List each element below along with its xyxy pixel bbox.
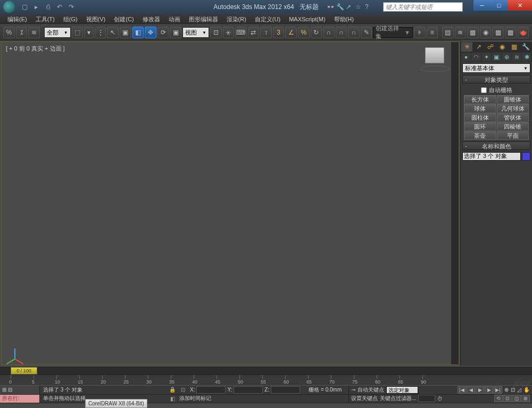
primitive-button[interactable]: 圆环 xyxy=(464,122,496,131)
open-icon[interactable]: ▸ xyxy=(32,3,40,11)
app-icon[interactable] xyxy=(3,1,15,13)
align-icon[interactable]: ≡ xyxy=(427,27,438,38)
nav-zoomall-icon[interactable]: ⊡ xyxy=(511,387,515,393)
goto-start-icon[interactable]: |◀ xyxy=(458,386,466,394)
motion-tab[interactable]: ◉ xyxy=(497,42,508,52)
select-sub-icon[interactable]: ▾ xyxy=(84,27,94,38)
primitive-button[interactable]: 球体 xyxy=(464,104,496,113)
primitive-button[interactable]: 圆锥体 xyxy=(497,95,529,104)
edit-icon[interactable]: ✎ xyxy=(361,27,372,38)
binoculars-icon[interactable]: 👓 xyxy=(327,3,334,11)
cameras-tab[interactable]: ▣ xyxy=(492,53,501,61)
systems-tab[interactable]: ✱ xyxy=(522,53,531,61)
next-frame-icon[interactable]: ▶ xyxy=(485,386,493,394)
nav-zoomreg-icon[interactable]: ⊡ xyxy=(503,395,512,402)
menu-item[interactable]: 图形编辑器 xyxy=(185,14,222,24)
star-icon[interactable]: ☆ xyxy=(355,3,363,11)
spinner-icon[interactable]: ↻ xyxy=(311,27,322,38)
menu-item[interactable]: 视图(V) xyxy=(82,14,110,24)
transform-type-icon[interactable]: ⊡ xyxy=(179,386,187,394)
object-type-rollout-header[interactable]: -对象类型 xyxy=(462,75,530,84)
help-search-input[interactable] xyxy=(383,2,463,12)
category-dropdown[interactable]: 标准基本体▼ xyxy=(462,63,530,73)
autogrid-checkbox[interactable]: 自动栅格 xyxy=(463,85,530,95)
menu-item[interactable]: 动画 xyxy=(164,14,185,24)
lock-icon[interactable]: 🔒 xyxy=(169,386,176,394)
geometry-tab[interactable]: ● xyxy=(461,53,471,61)
bind-icon[interactable]: ≋ xyxy=(28,27,40,38)
mirror-icon[interactable]: ⊧ xyxy=(414,27,426,38)
layer-icon[interactable]: ▤ xyxy=(442,27,454,38)
magnet1-icon[interactable]: ∩ xyxy=(323,27,335,38)
goto-end-icon[interactable]: ▶| xyxy=(494,386,502,394)
arrow-icon[interactable]: ↗ xyxy=(346,3,353,11)
move-icon[interactable]: ✥ xyxy=(145,27,156,38)
select-rect-icon[interactable]: ▣ xyxy=(120,27,131,38)
color-swatch[interactable] xyxy=(522,152,530,161)
unlink-icon[interactable]: ⁒ xyxy=(16,27,28,38)
menu-item[interactable]: MAXScript(M) xyxy=(285,15,329,23)
primitive-button[interactable]: 管状体 xyxy=(497,113,529,122)
key-icon[interactable]: ⊸ xyxy=(351,387,355,393)
add-time-tag[interactable]: 添加时间标记 xyxy=(179,395,211,402)
setkey-button[interactable]: 设置关键点 xyxy=(351,395,378,402)
arrows-icon[interactable]: ⇄ xyxy=(248,27,260,38)
nav-max-icon[interactable]: ◫ xyxy=(512,395,521,402)
schematic-icon[interactable]: ▦ xyxy=(467,27,479,38)
render-icon[interactable]: 🫖 xyxy=(518,27,529,38)
autogrid-input[interactable] xyxy=(481,87,487,93)
dots-icon[interactable]: ⋮ xyxy=(95,27,106,38)
menu-item[interactable]: 渲染(R) xyxy=(222,14,251,24)
undo-icon[interactable]: ↶ xyxy=(55,3,64,11)
three-icon[interactable]: 3 xyxy=(273,27,285,38)
updown-icon[interactable]: ↕ xyxy=(260,27,272,38)
autokey-button[interactable]: 自动关键点 xyxy=(358,386,384,394)
nav-pan-icon[interactable]: ✋ xyxy=(523,387,530,393)
x-input[interactable] xyxy=(196,386,226,394)
nav-orbit-icon[interactable]: ⟲ xyxy=(494,395,503,402)
object-name-input[interactable]: 选择了 3 个 对象 xyxy=(462,152,521,161)
primitive-button[interactable]: 平面 xyxy=(497,131,529,140)
name-color-rollout-header[interactable]: -名称和颜色 xyxy=(462,141,530,150)
maximize-button[interactable]: □ xyxy=(491,0,508,11)
curve-editor-icon[interactable]: ≋ xyxy=(455,27,467,38)
hierarchy-tab[interactable]: ☍ xyxy=(485,42,496,52)
tag-icon[interactable]: ◧ xyxy=(169,395,176,402)
redo-icon[interactable]: ↷ xyxy=(67,3,76,11)
nav-fov-icon[interactable]: ◿ xyxy=(517,387,521,393)
menu-item[interactable]: 组(G) xyxy=(59,14,82,24)
viewcube-ring[interactable] xyxy=(420,65,450,72)
primitive-button[interactable]: 几何球体 xyxy=(497,104,529,113)
help-icon[interactable]: ? xyxy=(365,3,372,11)
select-icon[interactable]: ⬚ xyxy=(72,27,84,38)
magnet3-icon[interactable]: ∩ xyxy=(348,27,360,38)
menu-item[interactable]: 工具(T) xyxy=(31,14,59,24)
nav-extra-icon[interactable]: ⊞ xyxy=(521,395,530,402)
coord-sys-dropdown[interactable]: 视图▼ xyxy=(182,27,209,38)
lights-tab[interactable]: ✦ xyxy=(481,53,491,61)
viewcube[interactable] xyxy=(419,47,451,77)
close-button[interactable]: ✕ xyxy=(508,0,532,11)
save-icon[interactable]: ⎙ xyxy=(44,3,52,11)
menu-item[interactable]: 帮助(H) xyxy=(330,14,358,24)
shapes-tab[interactable]: ◠ xyxy=(471,53,481,61)
selection-filter-dropdown[interactable]: 全部▼ xyxy=(44,27,71,38)
helpers-tab[interactable]: ⊕ xyxy=(502,53,511,61)
z-input[interactable] xyxy=(271,386,300,394)
scale-icon[interactable]: ▣ xyxy=(170,27,181,38)
primitive-button[interactable]: 圆柱体 xyxy=(464,113,496,122)
utilities-tab[interactable]: 🔧 xyxy=(520,42,531,52)
minimize-button[interactable]: ─ xyxy=(473,0,491,11)
primitive-button[interactable]: 长方体 xyxy=(464,95,496,104)
viewport[interactable]: [ + 0 前 0 真实 + 边面 ] xyxy=(1,41,459,365)
modify-tab[interactable]: ↗ xyxy=(473,42,484,52)
menu-item[interactable]: 创建(C) xyxy=(110,14,138,24)
time-ruler[interactable]: 051015202530354045505560657075808590 xyxy=(0,374,532,385)
time-config-icon[interactable]: ⏱ xyxy=(437,396,443,402)
render-frame-icon[interactable]: ▦ xyxy=(505,27,517,38)
primitive-button[interactable]: 茶壶 xyxy=(464,131,496,140)
viewcube-face[interactable] xyxy=(425,47,444,63)
magnet2-icon[interactable]: ∩ xyxy=(336,27,347,38)
primitive-button[interactable]: 四棱锥 xyxy=(497,122,529,131)
viewport-label[interactable]: [ + 0 前 0 真实 + 边面 ] xyxy=(6,45,65,53)
